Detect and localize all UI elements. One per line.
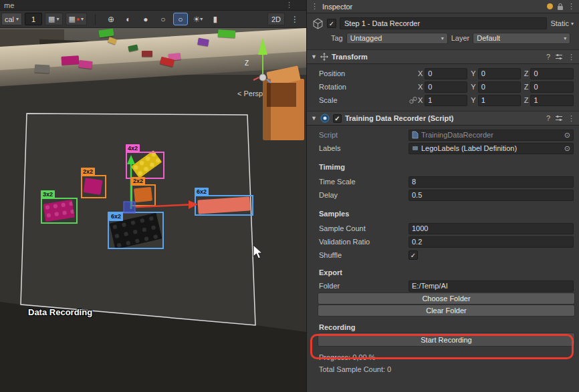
time-scale-label: Time Scale — [319, 178, 409, 186]
uniform-scale-link-icon[interactable] — [409, 96, 417, 104]
script-component-icon — [320, 114, 330, 123]
shuffle-checkbox[interactable]: ✓ — [409, 250, 418, 260]
axis-x-label: X — [418, 83, 423, 91]
delay-label: Delay — [319, 191, 409, 199]
help-icon[interactable]: ? — [546, 114, 550, 122]
gameobject-cube-icon — [312, 18, 324, 29]
scale-label: Scale — [319, 96, 409, 104]
shuffle-row: Shuffle ✓ — [307, 248, 579, 262]
perspective-label[interactable]: < Persp — [237, 89, 263, 97]
grid-snap-toggle[interactable]: ▦ ▾ — [45, 13, 62, 25]
shading-mode-icon[interactable]: ⊕ — [104, 13, 118, 25]
scale-y-field[interactable]: 1 — [478, 95, 521, 106]
help-icon[interactable]: ? — [546, 53, 550, 61]
data-recording-overlay: Data Recording — [28, 307, 92, 317]
bounding-box-label: 3x2 — [41, 190, 55, 199]
axis-y-label: Y — [471, 83, 475, 91]
skybox-toggle-icon[interactable]: ● — [138, 13, 153, 25]
scene-tab-partial-label[interactable]: me — [4, 1, 14, 9]
folder-field[interactable]: E:/Temp/AI — [409, 280, 574, 292]
bounding-box-label: 4x2 — [126, 144, 140, 153]
bounding-box-label: 2x2 — [81, 168, 95, 176]
choose-folder-button[interactable]: Choose Folder — [318, 292, 575, 305]
clear-folder-button[interactable]: Clear Folder — [318, 305, 575, 317]
fog-toggle-icon[interactable]: ○ — [156, 13, 170, 25]
axis-z-label: Z — [524, 83, 529, 91]
component-menu-icon[interactable]: ⋮ — [568, 114, 575, 123]
scene-light-icon[interactable]: ☀▾ — [191, 13, 205, 25]
scale-x-field[interactable]: 1 — [425, 95, 467, 106]
start-recording-button[interactable]: Start Recording — [318, 333, 575, 347]
layer-dropdown[interactable]: Default ▾ — [473, 33, 570, 44]
gizmo-visibility-icon[interactable]: ○ — [173, 13, 188, 25]
lighting-toggle-icon[interactable]: ◐ — [121, 13, 136, 25]
rotation-row: Rotation X0 Y0 Z0 — [307, 80, 579, 93]
increment-snap-toggle[interactable]: ▦ ▾ — [66, 13, 87, 25]
delay-field[interactable]: 0.5 — [409, 190, 574, 201]
view-gizmo-y-cone — [258, 37, 267, 55]
object-picker-icon[interactable]: ⊙ — [564, 131, 570, 140]
labels-object-field[interactable]: LegoLabels (Label Definition) ⊙ — [409, 143, 574, 154]
view-gizmo-center — [259, 74, 266, 81]
gameobject-active-checkbox[interactable]: ✓ — [327, 19, 336, 28]
position-y-field[interactable]: 0 — [478, 68, 521, 79]
time-scale-field[interactable]: 8 — [409, 176, 574, 188]
2d-mode-label: 2D — [271, 15, 281, 23]
labels-value: LegoLabels (Label Definition) — [421, 144, 517, 152]
scale-row: Scale X1 Y1 Z1 — [307, 93, 579, 107]
component-menu-icon[interactable]: ⋮ — [568, 53, 575, 61]
bounding-box-label: 6x2 — [109, 212, 123, 221]
gameobject-name-field[interactable]: Step 1 - Data Recorder — [340, 17, 547, 29]
scene-tab-menu-icon[interactable]: ⋮ — [285, 1, 293, 9]
transform-component-header[interactable]: ▼ Transform ? ⋮ — [307, 49, 579, 64]
chevron-down-icon: ▾ — [81, 16, 84, 22]
grid-icon: ▦ — [48, 15, 55, 23]
sample-count-field[interactable]: 1000 — [409, 223, 574, 234]
labels-row: Labels LegoLabels (Label Definition) ⊙ — [307, 142, 579, 155]
rotation-z-field[interactable]: 0 — [530, 81, 574, 93]
validation-ratio-field[interactable]: 0.2 — [409, 236, 574, 248]
panel-options-icon[interactable]: ⋮ — [311, 2, 318, 11]
scene-view[interactable]: 4x2 2x2 2x2 3x2 6x2 6x2 Z < Persp Data R… — [0, 0, 306, 392]
grid-size-field[interactable]: 1 — [25, 13, 42, 25]
tag-value: Untagged — [350, 34, 382, 42]
scale-z-field[interactable]: 1 — [530, 95, 574, 106]
layer-label: Layer — [451, 34, 470, 42]
toolbar-more-icon[interactable]: ⋮ — [287, 13, 302, 25]
rotation-y-field[interactable]: 0 — [478, 81, 521, 93]
position-x-field[interactable]: 0 — [425, 68, 467, 79]
tag-dropdown[interactable]: Untagged ▾ — [346, 33, 448, 44]
inspector-panel: ⋮ Inspector ⋮ ✓ Step 1 - Data Recorder — [306, 0, 579, 392]
script-value: TrainingDataRecorder — [421, 131, 493, 139]
object-picker-icon[interactable]: ⊙ — [564, 144, 570, 153]
axis-z-label: Z — [524, 96, 529, 104]
2d-mode-toggle[interactable]: 2D — [267, 13, 285, 25]
scene-tab-bar: me ⋮ — [0, 0, 306, 11]
camera-settings-icon[interactable]: ▮ — [208, 13, 223, 25]
chevron-down-icon: ▾ — [200, 16, 203, 22]
script-object-field[interactable]: TrainingDataRecorder ⊙ — [409, 130, 574, 141]
static-dropdown[interactable]: Static ▾ — [550, 19, 574, 27]
labels-label: Labels — [319, 144, 409, 152]
foldout-arrow-icon[interactable]: ▼ — [311, 115, 317, 122]
presets-icon[interactable] — [555, 114, 563, 122]
axis-x-label: X — [418, 69, 423, 77]
handle-orientation-dropdown[interactable]: cal ▾ — [1, 13, 22, 25]
validation-ratio-label: Validation Ratio — [319, 238, 409, 246]
view-gizmo-z-label: Z — [245, 59, 249, 67]
transform-tool-icon — [320, 53, 328, 61]
presets-icon[interactable] — [555, 53, 563, 61]
lock-icon[interactable] — [557, 3, 564, 11]
gizmo-x-arrow — [189, 200, 198, 209]
axis-x-label: X — [418, 96, 423, 104]
chevron-down-icon: ▾ — [560, 35, 566, 41]
recorder-component-header[interactable]: ▼ ✓ Training Data Recorder (Script) ? ⋮ — [307, 111, 579, 126]
inspector-menu-icon[interactable]: ⋮ — [568, 2, 575, 11]
validation-ratio-row: Validation Ratio 0.2 — [307, 235, 579, 248]
scene-toolbar: cal ▾ 1 ▦ ▾ ▦ ▾ ⊕ ◐ ● ○ ○ ☀▾ ▮ — [0, 11, 306, 28]
component-enabled-checkbox[interactable]: ✓ — [333, 114, 342, 123]
foldout-arrow-icon[interactable]: ▼ — [311, 53, 317, 60]
timing-section-header: Timimg — [307, 162, 579, 172]
rotation-x-field[interactable]: 0 — [425, 81, 467, 93]
position-z-field[interactable]: 0 — [530, 68, 574, 79]
